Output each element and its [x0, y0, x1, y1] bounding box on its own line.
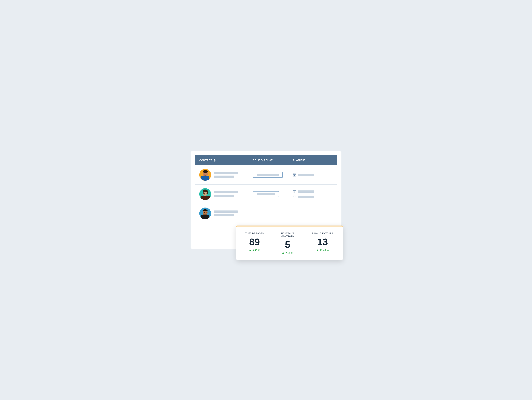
stat-item-new-contacts: NOUVEAUX CONTACTS 5 7,12 %: [275, 232, 304, 254]
role-bar: [257, 174, 279, 176]
stat-change-new-contacts: 7,12 %: [282, 252, 293, 254]
name-bar: [214, 211, 238, 213]
header-contact[interactable]: CONTACT: [199, 158, 253, 162]
main-container: CONTACT RÔLE D'ACHAT PLANIFIÉ: [191, 151, 341, 249]
svg-point-24: [206, 193, 207, 194]
contact-cell-2: [199, 188, 253, 200]
svg-rect-36: [201, 215, 209, 219]
svg-rect-15: [294, 175, 295, 176]
planned-item-1: [293, 173, 333, 177]
avatar-1-image: [199, 169, 211, 181]
stat-change-emails: 13,45 %: [317, 249, 329, 252]
planned-item-calendar: [293, 190, 333, 194]
contact-cell-1: [199, 169, 253, 181]
svg-rect-39: [203, 210, 207, 211]
stat-value-emails: 13: [317, 237, 328, 247]
avatar-3: [199, 207, 211, 219]
sort-icon[interactable]: [214, 158, 215, 162]
svg-rect-21: [207, 191, 208, 194]
table-row: [195, 165, 337, 185]
svg-rect-30: [294, 192, 295, 192]
svg-rect-1: [201, 176, 209, 181]
calendar-icon: [293, 190, 296, 194]
planned-bar: [298, 190, 314, 193]
role-badge-1[interactable]: [253, 172, 283, 178]
avatar-2-image: [199, 188, 211, 200]
stat-label-new-contacts: NOUVEAUX CONTACTS: [275, 232, 300, 238]
sort-arrow-up-icon: [214, 159, 215, 160]
planned-item-email: [293, 195, 333, 199]
header-role: RÔLE D'ACHAT: [253, 159, 293, 161]
stat-item-page-views: VUES DE PAGES 89 3,55 %: [242, 232, 271, 254]
stat-change-value: 7,12 %: [285, 252, 293, 254]
stat-change-value: 13,45 %: [320, 249, 329, 252]
svg-rect-29: [294, 192, 294, 192]
svg-point-5: [204, 174, 205, 175]
planned-bar: [298, 196, 314, 198]
sub-bar: [214, 195, 234, 197]
role-cell-2[interactable]: [253, 191, 293, 197]
contact-header-label: CONTACT: [199, 159, 212, 161]
name-bar: [214, 191, 238, 194]
svg-point-41: [204, 212, 205, 213]
planned-bar: [298, 174, 314, 176]
contact-cell-3: [199, 207, 253, 219]
svg-point-42: [206, 212, 207, 213]
svg-rect-33: [294, 192, 295, 193]
svg-point-6: [206, 174, 207, 175]
role-cell-1[interactable]: [253, 172, 293, 178]
svg-rect-32: [294, 192, 294, 193]
sub-bar: [214, 175, 234, 178]
calendar-icon: [293, 173, 296, 177]
sort-arrow-down-icon: [214, 161, 215, 161]
sub-bar: [214, 214, 234, 216]
stat-change-value: 3,55 %: [252, 249, 260, 252]
svg-rect-13: [295, 175, 295, 175]
svg-point-23: [204, 193, 205, 194]
stat-value-new-contacts: 5: [285, 240, 290, 249]
stat-value-page-views: 89: [249, 237, 260, 247]
svg-rect-14: [294, 175, 294, 176]
stat-label-page-views: VUES DE PAGES: [245, 232, 264, 235]
contact-info-3: [214, 211, 238, 216]
trend-up-icon: [282, 252, 284, 254]
role-bar: [257, 193, 275, 195]
svg-rect-17: [201, 196, 210, 200]
role-badge-2[interactable]: [253, 191, 279, 197]
planned-cell-1: [293, 173, 333, 177]
svg-rect-4: [203, 172, 208, 172]
trend-up-icon: [317, 249, 319, 251]
table-header: CONTACT RÔLE D'ACHAT PLANIFIÉ: [195, 155, 337, 165]
contact-info-1: [214, 172, 238, 178]
svg-point-22: [203, 189, 207, 191]
stat-item-emails: E-MAILS ENVOYÉS 13 13,45 %: [308, 232, 337, 254]
avatar-2: [199, 188, 211, 200]
avatar-3-image: [199, 207, 211, 219]
svg-rect-31: [295, 192, 295, 192]
stat-label-emails: E-MAILS ENVOYÉS: [312, 232, 333, 235]
stats-card: VUES DE PAGES 89 3,55 % NOUVEAUX CONTACT…: [236, 226, 343, 260]
email-icon: [293, 195, 296, 199]
contact-info-2: [214, 191, 238, 197]
svg-rect-20: [203, 191, 203, 194]
stat-change-page-views: 3,55 %: [249, 249, 260, 252]
table-row: [195, 185, 337, 204]
table-row: [195, 204, 337, 223]
page-wrapper: CONTACT RÔLE D'ACHAT PLANIFIÉ: [195, 155, 337, 245]
trend-up-icon: [249, 249, 251, 251]
name-bar: [214, 172, 238, 174]
svg-rect-11: [294, 175, 294, 175]
avatar-1: [199, 169, 211, 181]
planned-cell-2: [293, 190, 333, 199]
header-planned: PLANIFIÉ: [293, 159, 333, 161]
stats-card-body: VUES DE PAGES 89 3,55 % NOUVEAUX CONTACT…: [236, 226, 343, 260]
contacts-table: CONTACT RÔLE D'ACHAT PLANIFIÉ: [195, 155, 337, 223]
svg-rect-12: [294, 175, 295, 175]
